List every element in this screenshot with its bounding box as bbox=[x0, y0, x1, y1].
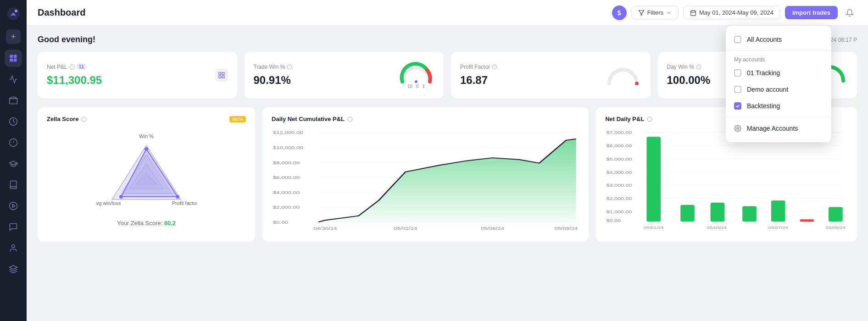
svg-text:$1,000.00: $1,000.00 bbox=[606, 210, 632, 214]
beta-badge: BETA bbox=[229, 116, 246, 122]
svg-text:$7,000.00: $7,000.00 bbox=[606, 130, 632, 135]
profit-factor-label: Profit Factor bbox=[460, 64, 497, 70]
zella-score-panel: Zella Score BETA Win % Avg win/loss Prof… bbox=[38, 107, 255, 242]
info-icon bbox=[492, 64, 497, 70]
add-button[interactable]: + bbox=[6, 29, 21, 44]
svg-text:Avg win/loss: Avg win/loss bbox=[96, 200, 121, 206]
filter-icon bbox=[638, 10, 645, 16]
dropdown-item-01-tracking[interactable]: 01 Tracking bbox=[726, 65, 831, 81]
all-accounts-label: All Accounts bbox=[747, 36, 782, 43]
svg-rect-26 bbox=[222, 76, 224, 78]
sidebar-item-education[interactable] bbox=[5, 155, 22, 172]
my-accounts-section-label: My accounts bbox=[726, 54, 831, 65]
gear-icon bbox=[734, 125, 741, 132]
net-pnl-icon bbox=[215, 69, 228, 82]
svg-text:$6,000.00: $6,000.00 bbox=[273, 175, 300, 179]
svg-rect-24 bbox=[222, 72, 224, 75]
svg-point-34 bbox=[635, 82, 639, 85]
svg-text:$5,000.00: $5,000.00 bbox=[606, 157, 632, 161]
dropdown-item-all-accounts[interactable]: All Accounts bbox=[726, 31, 831, 48]
filters-label: Filters bbox=[647, 9, 663, 16]
profit-factor-value: 16.87 bbox=[460, 74, 497, 87]
trade-win-value: 90.91% bbox=[254, 74, 293, 87]
cumulative-pnl-title: Daily Net Cumulative P&L bbox=[272, 116, 579, 122]
import-trades-button[interactable]: import trades bbox=[785, 6, 838, 19]
svg-marker-12 bbox=[12, 205, 15, 208]
sidebar-item-analytics[interactable] bbox=[5, 71, 22, 88]
svg-text:$2,000.00: $2,000.00 bbox=[273, 205, 300, 210]
app-logo bbox=[5, 6, 22, 22]
manage-accounts-label: Manage Accounts bbox=[747, 125, 798, 132]
net-pnl-badge: 11 bbox=[77, 64, 86, 70]
info-icon bbox=[647, 116, 652, 122]
gauge-loss-count: 1 bbox=[423, 84, 425, 89]
svg-text:$6,000.00: $6,000.00 bbox=[606, 144, 632, 148]
greeting-text: Good evening! bbox=[38, 35, 95, 44]
svg-text:$8,000.00: $8,000.00 bbox=[273, 160, 300, 165]
trade-win-gauge bbox=[398, 61, 434, 84]
svg-point-48 bbox=[145, 147, 148, 151]
svg-rect-5 bbox=[14, 59, 17, 62]
header: Dashboard $ Filters May 01, 2024-May 09,… bbox=[27, 0, 868, 26]
sidebar-item-journal[interactable] bbox=[5, 113, 22, 130]
filters-button[interactable]: Filters bbox=[631, 6, 679, 19]
svg-text:05/08/24: 05/08/24 bbox=[554, 227, 578, 231]
svg-text:05/07/24: 05/07/24 bbox=[768, 226, 789, 230]
svg-rect-93 bbox=[829, 207, 843, 222]
accounts-dropdown: All Accounts My accounts 01 Tracking Dem… bbox=[726, 26, 831, 142]
svg-point-39 bbox=[82, 117, 86, 122]
sidebar-item-trades[interactable] bbox=[5, 92, 22, 109]
svg-point-70 bbox=[647, 117, 652, 122]
sidebar-item-chat[interactable] bbox=[5, 218, 22, 236]
notification-button[interactable] bbox=[842, 6, 857, 20]
svg-text:$4,000.00: $4,000.00 bbox=[273, 190, 300, 194]
svg-text:$2,000.00: $2,000.00 bbox=[606, 196, 632, 201]
sidebar-item-notebook[interactable] bbox=[5, 176, 22, 194]
svg-point-30 bbox=[415, 80, 417, 83]
svg-text:05/03/24: 05/03/24 bbox=[707, 226, 727, 230]
sidebar-item-dashboard[interactable] bbox=[5, 50, 22, 67]
net-daily-chart-area: $7,000.00 $6,000.00 $5,000.00 $4,000.00 … bbox=[605, 128, 848, 233]
calendar-icon bbox=[690, 10, 696, 16]
svg-point-1 bbox=[15, 10, 17, 12]
svg-rect-89 bbox=[711, 203, 725, 221]
svg-point-11 bbox=[10, 202, 17, 210]
account-button[interactable]: $ bbox=[612, 6, 627, 20]
info-icon bbox=[347, 116, 353, 122]
svg-text:05/06/24: 05/06/24 bbox=[481, 227, 504, 231]
svg-text:05/02/24: 05/02/24 bbox=[394, 227, 417, 231]
demo-account-checkbox bbox=[734, 86, 741, 93]
sidebar: + bbox=[0, 0, 27, 321]
zella-score-display: Your Zella Score: 80.2 bbox=[117, 220, 176, 227]
date-range-button[interactable]: May 01, 2024-May 09, 2024 bbox=[683, 6, 780, 19]
svg-rect-3 bbox=[14, 55, 17, 58]
net-pnl-label: Net P&L 11 bbox=[47, 64, 102, 70]
sidebar-item-profile[interactable] bbox=[5, 239, 22, 257]
svg-text:$3,000.00: $3,000.00 bbox=[606, 183, 632, 188]
svg-marker-15 bbox=[639, 10, 644, 15]
svg-text:04/30/24: 04/30/24 bbox=[313, 227, 337, 231]
svg-text:Profit factor: Profit factor bbox=[172, 200, 197, 206]
dropdown-item-demo-account[interactable]: Demo account bbox=[726, 81, 831, 98]
svg-point-13 bbox=[12, 245, 15, 248]
backtesting-label: Backtesting bbox=[747, 102, 780, 110]
dropdown-divider-1 bbox=[726, 50, 831, 51]
header-actions: $ Filters May 01, 2024-May 09, 2024 impo… bbox=[612, 6, 857, 20]
stat-card-trade-win: Trade Win % 90.91% 10 0 1 bbox=[245, 52, 444, 98]
svg-rect-88 bbox=[680, 205, 695, 221]
01-tracking-checkbox bbox=[734, 69, 741, 77]
svg-text:05/09/24: 05/09/24 bbox=[826, 226, 846, 230]
sidebar-item-layers[interactable] bbox=[5, 260, 22, 278]
svg-rect-4 bbox=[10, 59, 13, 62]
sidebar-item-replay[interactable] bbox=[5, 197, 22, 215]
svg-text:$4,000.00: $4,000.00 bbox=[606, 170, 632, 175]
dropdown-item-backtesting[interactable]: Backtesting bbox=[726, 98, 831, 114]
svg-rect-16 bbox=[691, 11, 696, 15]
dropdown-item-manage-accounts[interactable]: Manage Accounts bbox=[726, 120, 831, 137]
info-icon bbox=[69, 64, 75, 70]
info-icon bbox=[696, 64, 701, 70]
stat-card-profit-factor: Profit Factor 16.87 bbox=[451, 52, 651, 98]
svg-text:$0.00: $0.00 bbox=[273, 220, 288, 224]
svg-text:Win %: Win % bbox=[139, 133, 154, 139]
sidebar-item-info[interactable] bbox=[5, 134, 22, 151]
